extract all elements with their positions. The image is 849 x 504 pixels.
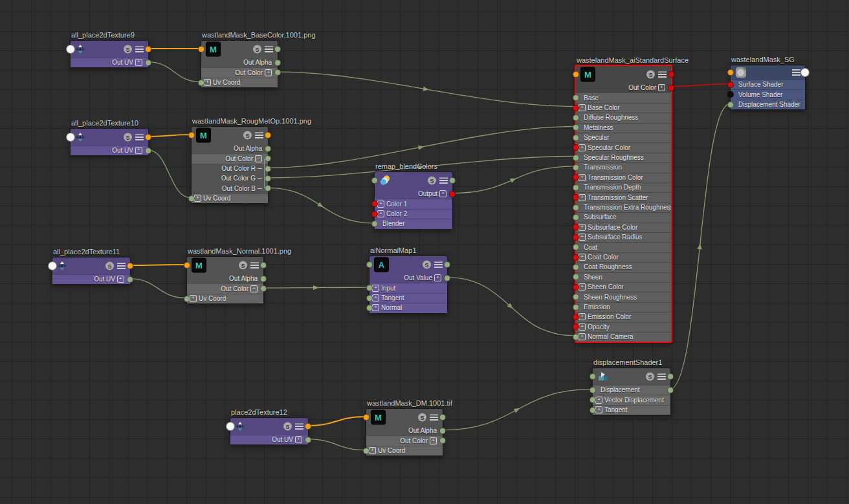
node-sg[interactable]: wastelandMask_SGSurface ShaderVolume Sha… [730, 65, 806, 110]
port-green[interactable] [573, 135, 579, 141]
attr-row-emission[interactable]: Emission [576, 302, 671, 312]
node-header[interactable]: S [52, 257, 130, 274]
attr-row-vector_displacement[interactable]: +Vector Displacement [593, 395, 670, 404]
attr-row-uv[interactable]: +Uv Coord [366, 446, 443, 455]
attr-row-out_alpha[interactable]: Out Alpha [201, 58, 278, 67]
port-red[interactable] [449, 191, 456, 197]
port-white[interactable] [226, 422, 235, 431]
port-green[interactable] [573, 214, 579, 221]
attr-row-transmission_extra_roughness[interactable]: Transmission Extra Roughness [576, 203, 671, 212]
port-green[interactable] [590, 387, 596, 393]
attr-row-specular_color[interactable]: +Specular Color [576, 142, 671, 152]
port-red[interactable] [573, 314, 579, 320]
expand-icon[interactable]: + [595, 397, 602, 404]
attr-row-coat[interactable]: Coat [576, 242, 671, 252]
attr-row-opacity[interactable]: +Opacity [576, 322, 671, 332]
port-green[interactable] [573, 334, 579, 340]
port-green[interactable] [260, 276, 267, 282]
attr-row-color2[interactable]: +Color 2 [375, 209, 452, 219]
port-green[interactable] [274, 69, 281, 76]
attr-row-coat_color[interactable]: +Coat Color [576, 252, 671, 262]
port-green[interactable] [573, 155, 579, 161]
node-p2d10[interactable]: all_place2dTexture10SOut UV+ [70, 128, 149, 156]
expand-icon[interactable]: + [579, 283, 586, 290]
port-white[interactable] [66, 133, 75, 142]
port-green[interactable] [439, 428, 446, 434]
attr-row-out_color_g[interactable]: Out Color G [192, 173, 268, 183]
port-red[interactable] [668, 71, 674, 78]
port-green[interactable] [265, 146, 271, 152]
port-green[interactable] [573, 304, 579, 311]
attr-row-emission_color[interactable]: +Emission Color [576, 312, 671, 322]
expand-icon[interactable]: + [372, 304, 379, 311]
attr-row-out_uv[interactable]: Out UV+ [52, 274, 130, 284]
port-green[interactable] [274, 60, 281, 66]
node-dm[interactable]: wastlandMask_DM.1001.tifMSOut AlphaOut C… [366, 408, 443, 456]
expand-icon[interactable]: + [595, 406, 602, 413]
port-orange[interactable] [573, 71, 579, 78]
expand-icon[interactable]: + [579, 144, 586, 151]
attr-row-uv[interactable]: +Uv Coord [187, 294, 263, 303]
node-ainormal[interactable]: aiNormalMap1ASOut Value++Input+Tangent+N… [369, 256, 448, 314]
attr-row-out_alpha[interactable]: Out Alpha [187, 274, 263, 283]
port-green[interactable] [305, 437, 311, 443]
attr-row-subsurface[interactable]: Subsurface [576, 212, 671, 222]
port-green[interactable] [444, 261, 450, 268]
expand-icon[interactable]: + [579, 174, 586, 181]
expand-icon[interactable]: + [265, 69, 272, 76]
attr-row-blender[interactable]: Blender [375, 219, 452, 228]
port-green[interactable] [265, 185, 271, 192]
port-red[interactable] [573, 234, 579, 241]
expand-icon[interactable]: + [135, 147, 142, 154]
port-red[interactable] [573, 254, 579, 261]
port-green[interactable] [439, 414, 446, 421]
port-green[interactable] [449, 177, 456, 184]
expand-icon[interactable]: + [295, 436, 302, 443]
port-green[interactable] [727, 102, 734, 108]
port-green[interactable] [366, 305, 373, 311]
port-orange[interactable] [145, 46, 151, 52]
port-orange[interactable] [305, 423, 311, 430]
node-header[interactable]: S [230, 418, 308, 435]
port-orange[interactable] [727, 69, 734, 76]
port-red[interactable] [727, 82, 734, 88]
port-green[interactable] [573, 264, 579, 270]
attr-row-specular_roughness[interactable]: Specular Roughness [576, 153, 671, 162]
connections-list-icon[interactable] [792, 69, 800, 76]
node-header[interactable]: MS [187, 257, 263, 274]
port-green[interactable] [366, 261, 373, 268]
port-green[interactable] [573, 184, 579, 191]
attr-row-coat_roughness[interactable]: Coat Roughness [576, 262, 671, 272]
attr-row-out_uv[interactable]: Out UV+ [230, 435, 308, 444]
port-green[interactable] [145, 60, 151, 66]
attr-row-input[interactable]: +Input [369, 283, 447, 292]
port-green[interactable] [363, 448, 369, 454]
attr-row-out_color[interactable]: Out Color+ [187, 283, 263, 293]
attr-row-sheen_color[interactable]: +Sheen Color [576, 282, 671, 292]
expand-icon[interactable]: + [439, 190, 447, 197]
port-white[interactable] [48, 261, 57, 270]
expand-icon[interactable]: + [372, 285, 379, 292]
attr-row-uv[interactable]: +Uv Coord [192, 193, 268, 203]
port-green[interactable] [198, 80, 204, 86]
attr-row-specular[interactable]: Specular [576, 133, 671, 142]
connections-list-icon[interactable] [430, 414, 438, 421]
attr-row-base_color[interactable]: +Base Color [576, 103, 671, 113]
node-p2d11[interactable]: all_place2dTexture11SOut UV+ [52, 257, 131, 285]
attr-row-normal_camera[interactable]: +Normal Camera [576, 332, 671, 342]
port-orange[interactable] [363, 414, 369, 421]
attr-row-out_color_b[interactable]: Out Color B [192, 184, 268, 193]
port-green[interactable] [265, 155, 271, 162]
port-green[interactable] [444, 275, 450, 281]
port-green[interactable] [265, 175, 271, 182]
port-red[interactable] [668, 85, 674, 91]
attr-row-out_value[interactable]: Out Value+ [369, 273, 447, 283]
attr-row-subsurface_radius[interactable]: +Subsurface Radius [576, 232, 671, 242]
expand-icon[interactable]: + [190, 295, 197, 302]
port-orange[interactable] [145, 134, 151, 140]
attr-row-out_color_r[interactable]: Out Color R [192, 164, 268, 173]
port-orange[interactable] [184, 262, 190, 268]
attr-row-color1[interactable]: +Color 1 [375, 199, 452, 208]
node-normal[interactable]: wastlandMask_Normal.1001.pngMSOut AlphaO… [186, 256, 264, 304]
connections-list-icon[interactable] [658, 71, 667, 78]
